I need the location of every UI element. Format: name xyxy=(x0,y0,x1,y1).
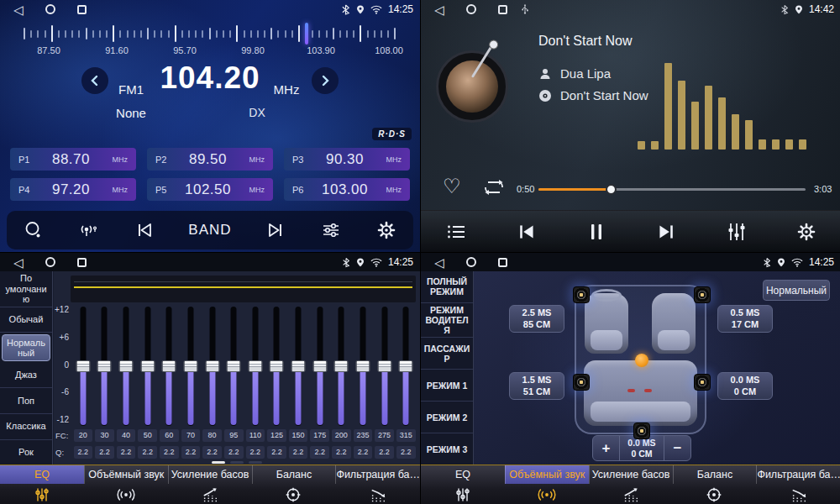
preset-button-p2[interactable]: P289.50MHz xyxy=(147,148,273,171)
slider-handle[interactable] xyxy=(399,360,413,372)
eq-band-slider[interactable] xyxy=(309,307,331,426)
settings-gear-icon[interactable] xyxy=(796,222,816,242)
previous-track-icon[interactable] xyxy=(516,221,538,243)
tab-balance[interactable]: Баланс xyxy=(252,465,336,504)
preset-button-p4[interactable]: P497.20MHz xyxy=(10,178,136,201)
eq-band-slider[interactable] xyxy=(94,307,116,426)
slider-handle[interactable] xyxy=(270,360,284,372)
decrease-delay-button[interactable]: − xyxy=(664,436,690,460)
slider-handle[interactable] xyxy=(97,360,112,372)
mode-1[interactable]: РЕЖИМ 1 xyxy=(421,370,473,402)
eq-preset-classic[interactable]: Классика xyxy=(0,414,52,440)
front-left-delay-button[interactable]: 2.5 MS 85 CM xyxy=(509,305,564,333)
tab-surround[interactable]: Объёмный звук xyxy=(505,465,589,504)
eq-preset-jazz[interactable]: Джаз xyxy=(0,363,52,389)
mode-full[interactable]: ПОЛНЫЙ РЕЖИМ xyxy=(421,271,473,303)
eq-band-slider[interactable] xyxy=(223,307,244,426)
rear-right-speaker-icon[interactable] xyxy=(694,374,711,391)
recents-icon[interactable] xyxy=(498,258,507,267)
eq-band-slider[interactable] xyxy=(137,307,159,426)
eq-band-slider[interactable] xyxy=(266,307,288,426)
recents-icon[interactable] xyxy=(77,5,87,14)
eq-band-slider[interactable] xyxy=(395,307,417,426)
eq-band-slider[interactable] xyxy=(352,307,374,426)
seek-up-button[interactable] xyxy=(309,65,341,97)
eq-preset-rock[interactable]: Рок xyxy=(0,440,52,465)
search-icon[interactable] xyxy=(24,220,44,240)
preset-button-p6[interactable]: P6103.00MHz xyxy=(284,178,410,201)
progress-bar[interactable] xyxy=(538,188,806,191)
slider-handle[interactable] xyxy=(76,360,90,372)
slider-handle[interactable] xyxy=(162,360,176,372)
listening-position-dot[interactable] xyxy=(635,354,648,367)
audio-settings-icon[interactable] xyxy=(320,220,342,240)
tab-surround[interactable]: Объёмный звук xyxy=(84,465,168,504)
front-right-speaker-icon[interactable] xyxy=(694,286,711,303)
rear-left-speaker-icon[interactable] xyxy=(573,374,590,391)
tab-eq[interactable]: EQ xyxy=(421,465,505,504)
next-track-icon[interactable] xyxy=(655,221,677,243)
tab-bass-boost[interactable]: Усиление басов xyxy=(168,465,252,504)
front-right-delay-button[interactable]: 0.5 MS 17 CM xyxy=(717,305,773,333)
rds-badge[interactable]: R·D·S xyxy=(372,128,412,140)
home-icon[interactable] xyxy=(45,4,55,14)
playlist-icon[interactable] xyxy=(445,222,467,242)
eq-band-slider[interactable] xyxy=(331,307,353,426)
preset-button-p3[interactable]: P390.30MHz xyxy=(284,148,410,171)
home-icon[interactable] xyxy=(45,257,55,267)
back-icon[interactable]: ◁ xyxy=(13,256,24,269)
previous-icon[interactable] xyxy=(134,220,155,240)
eq-preset-custom[interactable]: Обычай xyxy=(0,307,52,333)
back-icon[interactable]: ◁ xyxy=(434,256,444,269)
slider-handle[interactable] xyxy=(183,360,197,372)
preset-button-p1[interactable]: P188.70MHz xyxy=(10,148,136,171)
mode-passenger[interactable]: ПАССАЖИР xyxy=(421,338,473,370)
slider-handle[interactable] xyxy=(291,360,306,372)
tuner-scale[interactable] xyxy=(24,24,396,44)
eq-band-slider[interactable] xyxy=(202,307,223,426)
eq-band-slider[interactable] xyxy=(72,307,94,426)
slider-handle[interactable] xyxy=(334,360,349,372)
recents-icon[interactable] xyxy=(77,258,87,267)
slider-handle[interactable] xyxy=(140,360,155,372)
album-art[interactable] xyxy=(436,50,508,123)
equalizer-icon[interactable] xyxy=(726,221,748,243)
slider-handle[interactable] xyxy=(248,360,262,372)
band-button[interactable]: BAND xyxy=(188,222,231,239)
settings-gear-icon[interactable] xyxy=(376,220,396,240)
pause-icon[interactable] xyxy=(586,221,606,243)
tab-filter[interactable]: Фильтрация ба… xyxy=(335,465,420,504)
broadcast-icon[interactable] xyxy=(78,220,100,240)
mode-3[interactable]: РЕЖИМ 3 xyxy=(421,433,473,465)
slider-handle[interactable] xyxy=(312,360,327,372)
slider-handle[interactable] xyxy=(119,360,134,372)
profile-button[interactable]: Нормальный xyxy=(763,280,830,301)
center-speaker-icon[interactable] xyxy=(633,423,650,439)
recents-icon[interactable] xyxy=(498,5,507,14)
seek-down-button[interactable] xyxy=(79,65,111,97)
next-icon[interactable] xyxy=(265,220,286,240)
back-icon[interactable]: ◁ xyxy=(434,3,444,16)
eq-band-slider[interactable] xyxy=(180,307,202,426)
eq-preset-normal[interactable]: Нормальный xyxy=(2,334,50,361)
repeat-icon[interactable] xyxy=(481,178,507,200)
slider-handle[interactable] xyxy=(377,360,391,372)
eq-band-slider[interactable] xyxy=(374,307,396,426)
eq-preset-default[interactable]: По умолчанию xyxy=(0,271,52,307)
progress-knob[interactable] xyxy=(606,184,617,195)
tab-balance[interactable]: Баланс xyxy=(673,465,757,504)
rear-right-delay-button[interactable]: 0.0 MS 0 CM xyxy=(717,372,773,400)
tab-bass-boost[interactable]: Усиление басов xyxy=(589,465,673,504)
mode-2[interactable]: РЕЖИМ 2 xyxy=(421,402,473,433)
eq-band-slider[interactable] xyxy=(159,307,181,426)
preset-button-p5[interactable]: P5102.50MHz xyxy=(147,178,273,201)
eq-band-slider[interactable] xyxy=(287,307,309,426)
rear-left-delay-button[interactable]: 1.5 MS 51 CM xyxy=(509,372,564,400)
home-icon[interactable] xyxy=(466,257,476,267)
eq-preset-pop[interactable]: Поп xyxy=(0,388,52,414)
mode-driver[interactable]: РЕЖИМ ВОДИТЕЛЯ xyxy=(421,303,473,338)
slider-handle[interactable] xyxy=(205,360,219,372)
increase-delay-button[interactable]: + xyxy=(593,436,619,460)
slider-handle[interactable] xyxy=(227,360,241,372)
back-icon[interactable]: ◁ xyxy=(13,3,24,16)
